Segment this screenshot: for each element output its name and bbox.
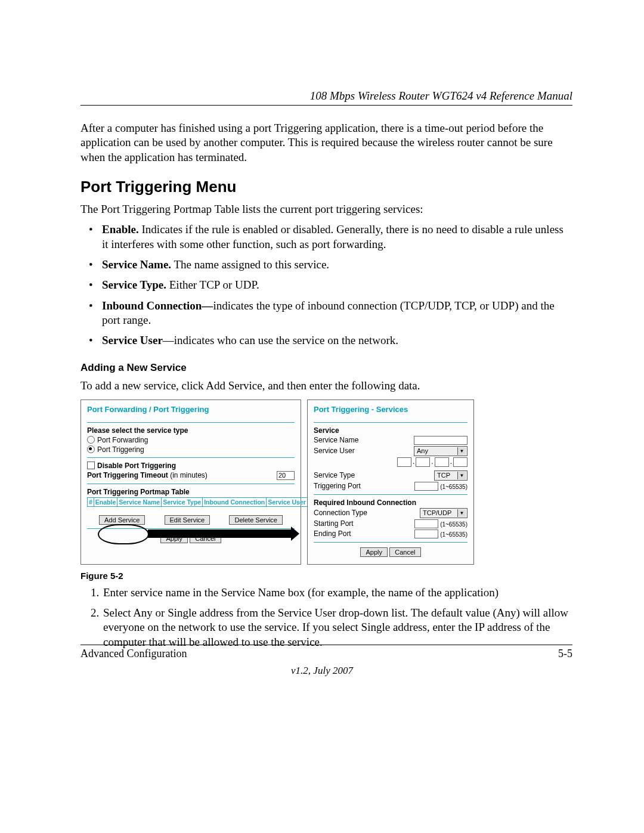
select-service-type-label: Please select the service type [87,426,295,435]
service-type-value: TCP [437,472,450,479]
bullet-inbound-strong: Inbound Connection— [102,299,213,312]
service-name-label: Service Name [314,436,358,444]
bullet-service-type: Service Type. Either TCP or UDP. [80,278,572,292]
separator [314,542,467,543]
bullet-suser-rest: —indicates who can use the service on th… [163,334,398,346]
triggering-port-field: (1~65535) [414,482,467,491]
timeout-input[interactable] [277,471,295,480]
footer-section: Advanced Configuration [80,648,187,660]
bullet-sname-strong: Service Name. [102,258,171,271]
subsection-intro: To add a new service, click Add Service,… [80,379,572,393]
bullet-sname-rest: The name assigned to this service. [171,258,329,271]
triggering-port-label: Triggering Port [314,482,361,490]
chevron-down-icon: ▼ [457,509,466,517]
ending-port-field: (1~65535) [414,529,467,538]
footer-page: 5-5 [558,648,572,660]
col-sname: Service Name [117,497,162,506]
timeout-suffix: (in minutes) [168,471,208,479]
portmap-heading: Port Triggering Portmap Table [87,488,295,496]
timeout-label-wrap: Port Triggering Timeout (in minutes) [87,471,208,479]
separator [87,422,295,423]
apply-button[interactable]: Apply [360,547,388,557]
starting-port-input[interactable] [414,519,438,528]
figure-caption: Figure 5-2 [80,571,572,581]
radio-icon [87,445,95,453]
port-forwarding-panel: Port Forwarding / Port Triggering Please… [80,400,301,565]
radio-icon [87,436,95,444]
radio-forwarding-label: Port Forwarding [97,436,148,444]
subsection-heading: Adding a New Service [80,362,572,374]
separator [87,457,295,458]
bullet-stype-rest: Either TCP or UDP. [166,278,259,291]
ending-port-label: Ending Port [314,529,351,538]
footer: Advanced Configuration 5-5 [80,645,572,660]
radio-port-triggering[interactable]: Port Triggering [87,445,295,454]
service-type-select[interactable]: TCP ▼ [434,470,467,481]
service-user-value: Any [417,447,428,454]
edit-service-button[interactable]: Edit Service [165,515,210,525]
bullet-stype-strong: Service Type. [102,278,166,291]
chevron-down-icon: ▼ [457,447,466,455]
service-heading: Service [314,426,467,435]
col-enable: Enable [94,497,117,506]
footer-rule [80,645,572,645]
bullet-service-user: Service User—indicates who can use the s… [80,333,572,348]
separator [87,484,295,484]
port-range-hint: (1~65535) [440,483,467,490]
add-service-button[interactable]: Add Service [99,515,145,525]
portmap-table: # Enable Service Name Service Type Inbou… [87,497,308,507]
service-name-input[interactable] [414,436,467,445]
checkbox-icon [87,462,95,469]
col-inbound: Inbound Connection [203,497,267,506]
bullet-list: Enable. Indicates if the rule is enabled… [80,222,572,348]
figure-panels: Port Forwarding / Port Triggering Please… [80,400,572,565]
service-type-label: Service Type [314,471,355,479]
bullet-service-name: Service Name. The name assigned to this … [80,258,572,272]
triggering-port-input[interactable] [414,482,438,491]
running-header: 108 Mbps Wireless Router WGT624 v4 Refer… [80,89,572,103]
callout-arrow-icon [148,529,291,538]
bullet-enable-rest: Indicates if the rule is enabled or disa… [102,223,564,250]
disable-label: Disable Port Triggering [97,462,176,470]
footer-version: v1.2, July 2007 [0,665,644,677]
timeout-label: Port Triggering Timeout [87,471,168,479]
service-user-select[interactable]: Any ▼ [414,446,467,456]
left-panel-title: Port Forwarding / Port Triggering [87,405,295,414]
separator [314,422,467,423]
ip-octet-input[interactable] [453,457,467,467]
cancel-button[interactable]: Cancel [389,547,420,557]
ip-octet-input[interactable] [435,457,449,467]
starting-port-label: Starting Port [314,519,354,528]
separator [87,528,295,529]
service-user-label: Service User [314,447,355,455]
section-intro: The Port Triggering Portmap Table lists … [80,202,572,216]
ip-fields[interactable]: ... [397,457,467,467]
connection-type-label: Connection Type [314,509,367,517]
starting-port-field: (1~65535) [414,519,467,528]
bullet-suser-strong: Service User [102,334,163,346]
col-num: # [88,497,94,506]
separator [314,494,467,495]
bullet-inbound: Inbound Connection—indicates the type of… [80,299,572,328]
chevron-down-icon: ▼ [457,472,466,479]
bullet-enable: Enable. Indicates if the rule is enabled… [80,222,572,252]
port-range-hint: (1~65535) [440,521,467,527]
step-2: Select Any or Single address from the Se… [102,606,572,649]
steps-list: Enter service name in the Service Name b… [80,586,572,649]
ip-octet-input[interactable] [397,457,411,467]
port-triggering-services-panel: Port Triggering - Services Service Servi… [307,400,474,565]
radio-triggering-label: Port Triggering [97,445,144,454]
right-panel-title: Port Triggering - Services [314,405,467,414]
ip-octet-input[interactable] [416,457,430,467]
bullet-enable-strong: Enable. [102,223,139,236]
ending-port-input[interactable] [414,529,438,538]
step-1: Enter service name in the Service Name b… [102,586,572,600]
timeout-row: Port Triggering Timeout (in minutes) [87,471,295,480]
connection-type-select[interactable]: TCP/UDP ▼ [420,508,467,518]
delete-service-button[interactable]: Delete Service [229,515,283,525]
disable-port-triggering[interactable]: Disable Port Triggering [87,462,295,470]
required-inbound-heading: Required Inbound Connection [314,498,467,507]
intro-paragraph: After a computer has finished using a po… [80,121,572,165]
connection-type-value: TCP/UDP [423,509,451,516]
radio-port-forwarding[interactable]: Port Forwarding [87,436,295,444]
